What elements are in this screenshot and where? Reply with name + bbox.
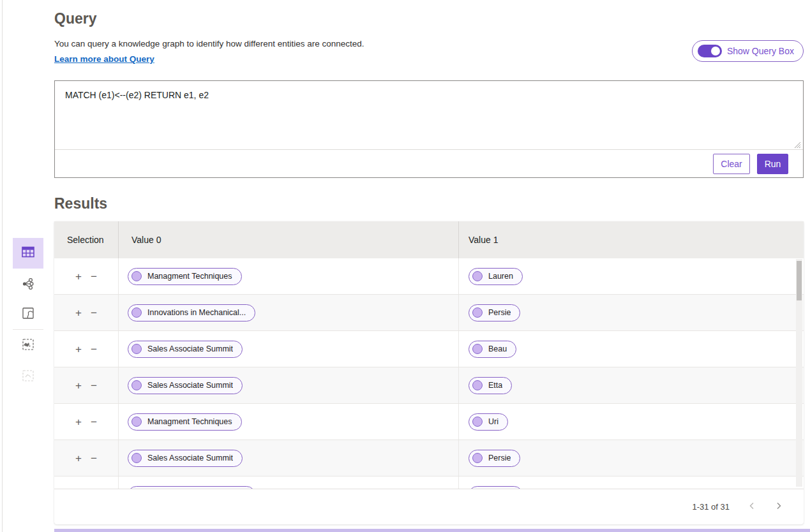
show-query-box-toggle[interactable]: Show Query Box: [692, 40, 804, 62]
add-selection-button[interactable]: +: [74, 343, 83, 356]
table-view-icon: [21, 246, 35, 261]
results-title: Results: [54, 195, 107, 212]
entity-pill[interactable]: Managment Techniques: [128, 413, 242, 431]
value0-cell: Innovations in Mechanical...: [118, 295, 458, 330]
entity-pill-label: Lauren: [488, 272, 513, 281]
left-panel-divider: [2, 0, 3, 532]
entity-pill[interactable]: Uri: [469, 413, 508, 431]
value0-cell: Managment Techniques: [118, 404, 458, 440]
bottom-accent-strip: [54, 529, 810, 532]
entity-pill-label: Sales Associate Summit: [147, 381, 233, 390]
add-selection-button[interactable]: +: [74, 270, 83, 283]
entity-node-icon: [131, 380, 142, 390]
value1-cell: Lauren: [458, 477, 804, 489]
entity-pill[interactable]: Lauren: [469, 486, 523, 489]
sidebar-item-graph-view[interactable]: [15, 272, 41, 298]
map-view-icon: [21, 306, 35, 323]
toggle-switch-icon: [698, 45, 722, 57]
entity-pill[interactable]: Lauren: [469, 268, 523, 285]
sidebar-item-map-layers[interactable]: [15, 333, 41, 358]
entity-pill-label: Managment Techniques: [147, 272, 232, 281]
entity-pill[interactable]: Persie: [469, 304, 520, 321]
value1-cell: Etta: [458, 367, 804, 403]
table-row: + − Managment Techniques Lauren: [54, 258, 804, 295]
remove-selection-button[interactable]: −: [89, 270, 98, 283]
entity-node-icon: [472, 453, 483, 463]
value0-cell: Sales Associate Summit: [118, 440, 458, 476]
learn-more-link[interactable]: Learn more about Query: [54, 54, 154, 64]
table-header-row: Selection Value 0 Value 1: [54, 221, 804, 258]
scrollbar-thumb[interactable]: [797, 261, 802, 300]
sidebar-item-table-view[interactable]: [13, 238, 43, 269]
entity-pill[interactable]: Innovations in Mechanical...: [128, 304, 255, 321]
sidebar-item-map-view[interactable]: [15, 302, 41, 327]
add-selection-button[interactable]: +: [74, 415, 83, 429]
remove-selection-button[interactable]: −: [89, 379, 98, 392]
entity-pill-label: Managment Techniques: [147, 417, 232, 426]
add-selection-button[interactable]: +: [74, 306, 83, 320]
entity-pill[interactable]: Sales Associate Summit: [128, 377, 243, 394]
entity-node-icon: [472, 380, 483, 390]
entity-pill[interactable]: Sales Associate Summit: [128, 450, 243, 467]
previous-page-button[interactable]: [744, 499, 760, 514]
table-row: + − Sales Associate Summit Persie: [54, 440, 804, 477]
entity-node-icon: [472, 417, 483, 427]
query-footer: Clear Run: [55, 149, 803, 178]
remove-selection-button[interactable]: −: [89, 488, 98, 489]
entity-pill-label: Persie: [488, 308, 511, 317]
run-button[interactable]: Run: [757, 154, 788, 174]
entity-pill[interactable]: Sales Associate Summit: [128, 341, 243, 358]
selection-frame-icon: [21, 369, 35, 385]
selection-cell: + −: [54, 367, 118, 403]
column-header-selection: Selection: [54, 221, 118, 258]
table-row: + − Innovations in Mechanical... Lauren: [54, 477, 804, 489]
entity-node-icon: [472, 271, 483, 281]
entity-pill-label: Persie: [488, 454, 511, 462]
entity-pill[interactable]: Innovations in Mechanical...: [128, 486, 255, 489]
entity-pill-label: Uri: [488, 417, 499, 426]
table-row: + − Sales Associate Summit Etta: [54, 367, 804, 404]
add-selection-button[interactable]: +: [74, 452, 83, 465]
entity-pill[interactable]: Persie: [469, 450, 520, 467]
sidebar-item-selection-frame: [15, 364, 41, 390]
entity-pill-label: Beau: [488, 344, 507, 353]
selection-cell: + −: [54, 258, 118, 294]
clear-button[interactable]: Clear: [713, 154, 750, 174]
add-selection-button[interactable]: +: [74, 379, 83, 392]
value1-cell: Lauren: [458, 258, 804, 294]
remove-selection-button[interactable]: −: [89, 343, 98, 356]
table-scrollbar: [796, 259, 802, 487]
sidebar-divider: [13, 329, 43, 330]
value0-cell: Innovations in Mechanical...: [118, 477, 458, 489]
entity-pill[interactable]: Beau: [469, 341, 516, 358]
table-body: + − Managment Techniques Lauren + − Inno…: [54, 258, 804, 489]
entity-node-icon: [131, 271, 142, 281]
next-page-button[interactable]: [770, 499, 787, 514]
graph-view-icon: [21, 277, 35, 293]
value1-cell: Uri: [458, 404, 804, 440]
results-table: Selection Value 0 Value 1 + − Managment …: [54, 221, 804, 524]
value0-cell: Sales Associate Summit: [118, 331, 458, 367]
query-box: MATCH (e1)<--(e2) RETURN e1, e2 Clear Ru…: [54, 80, 804, 178]
page-title: Query: [54, 10, 96, 27]
entity-pill[interactable]: Managment Techniques: [128, 268, 242, 285]
value0-cell: Managment Techniques: [118, 258, 458, 294]
entity-node-icon: [472, 307, 483, 318]
selection-cell: + −: [54, 331, 118, 367]
entity-pill-label: Sales Associate Summit: [147, 454, 233, 462]
add-selection-button[interactable]: +: [74, 488, 83, 489]
remove-selection-button[interactable]: −: [89, 306, 98, 320]
selection-cell: + −: [54, 477, 118, 489]
remove-selection-button[interactable]: −: [89, 452, 98, 465]
selection-cell: + −: [54, 440, 118, 476]
entity-node-icon: [472, 344, 483, 354]
entity-node-icon: [131, 417, 142, 427]
selection-cell: + −: [54, 295, 118, 330]
toggle-label: Show Query Box: [727, 46, 794, 56]
value0-cell: Sales Associate Summit: [118, 367, 458, 403]
entity-pill[interactable]: Etta: [469, 377, 512, 394]
remove-selection-button[interactable]: −: [89, 415, 98, 429]
query-input[interactable]: MATCH (e1)<--(e2) RETURN e1, e2: [55, 81, 803, 149]
entity-pill-label: Innovations in Mechanical...: [147, 308, 246, 317]
page-description: You can query a knowledge graph to ident…: [54, 39, 364, 48]
